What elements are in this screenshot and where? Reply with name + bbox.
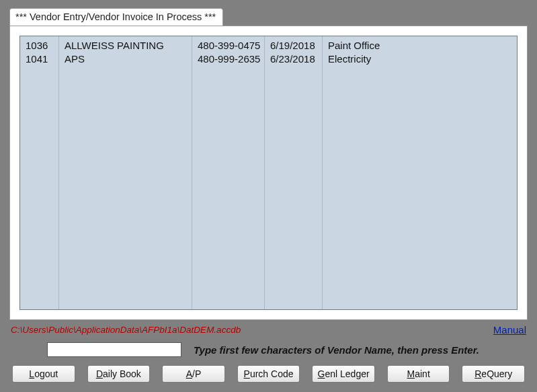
file-path: C:\Users\Public\ApplicationData\AFPbI1a\… [11, 325, 493, 335]
main-panel: 1036 1041 ALLWEISS PAINTING APS 480-399-… [9, 26, 528, 320]
cell-desc[interactable]: Electricity [328, 52, 513, 66]
ap-button[interactable]: A/P [162, 365, 225, 383]
cell-name[interactable]: ALLWEISS PAINTING [65, 39, 188, 52]
cell-phone[interactable]: 480-399-0475 [198, 39, 260, 52]
daily-book-button[interactable]: Daily Book [87, 365, 151, 383]
requery-button[interactable]: ReQuery [462, 365, 525, 383]
cell-phone[interactable]: 480-999-2635 [198, 52, 260, 66]
vendor-grid[interactable]: 1036 1041 ALLWEISS PAINTING APS 480-399-… [19, 36, 518, 310]
cell-id[interactable]: 1036 [26, 39, 54, 52]
cell-desc[interactable]: Paint Office [328, 39, 513, 52]
search-hint: Type first few characters of Vendor Name… [194, 344, 479, 356]
vendor-search-input[interactable] [47, 342, 181, 357]
cell-date[interactable]: 6/23/2018 [270, 52, 318, 66]
logout-button[interactable]: Logout [12, 365, 75, 383]
tab-vendor-entry[interactable]: *** Vendor Entry/Vendor Invoice In Proce… [9, 8, 223, 26]
cell-name[interactable]: APS [65, 52, 188, 66]
purch-code-button[interactable]: Purch Code [237, 365, 300, 383]
cell-id[interactable]: 1041 [26, 52, 54, 66]
maint-button[interactable]: Maint [387, 365, 450, 383]
tab-label: *** Vendor Entry/Vendor Invoice In Proce… [15, 11, 216, 22]
manual-link[interactable]: Manual [493, 324, 526, 336]
genl-ledger-button[interactable]: Genl Ledger [312, 365, 375, 383]
cell-date[interactable]: 6/19/2018 [270, 39, 318, 52]
